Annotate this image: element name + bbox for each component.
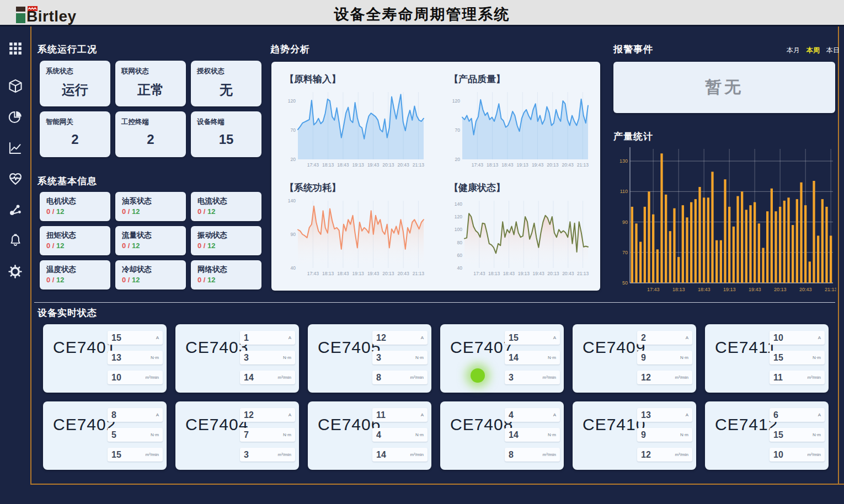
tab-today[interactable]: 本日 (826, 46, 840, 55)
device-name: CE7404 (185, 415, 248, 434)
device-metrics: 15A 13N·m 10m³/min (108, 331, 163, 384)
svg-text:18:13: 18:13 (672, 287, 685, 292)
device-name: CE7405 (318, 338, 381, 357)
status-card-label: 设备终端 (197, 117, 225, 127)
sidebar-item-alerts[interactable] (7, 232, 24, 249)
info-card: 油泵状态 0 / 12 (115, 192, 186, 221)
status-card-value: 15 (191, 132, 261, 147)
system-status-cards: 系统状态 运行 联网状态 正常 授权状态 无 智能网关 2 工控终端 2 设备终… (40, 61, 261, 157)
info-card-label: 油泵状态 (122, 196, 186, 206)
metric-value: 11 (376, 410, 386, 420)
svg-text:40: 40 (291, 265, 296, 271)
status-indicator-dot (471, 368, 485, 383)
svg-text:19:43: 19:43 (749, 287, 761, 292)
gear-icon (8, 264, 23, 279)
status-card-value: 运行 (40, 81, 110, 99)
device-metric-row: 6A (770, 408, 825, 422)
svg-text:17:43: 17:43 (307, 271, 319, 276)
device-card[interactable]: CE7401 15A 13N·m 10m³/min (43, 324, 167, 393)
svg-text:70: 70 (455, 127, 461, 133)
device-card[interactable]: CE7409 2A 9N·m 12m³/min (573, 324, 696, 393)
device-metric-row: 3N·m (240, 351, 295, 364)
svg-text:20:13: 20:13 (547, 162, 559, 168)
device-metrics: 6A 15N·m 10m³/min (770, 408, 825, 462)
metric-unit: A (818, 335, 821, 340)
status-card-label: 工控终端 (121, 117, 149, 127)
tab-this-month[interactable]: 本月 (787, 46, 800, 55)
section-divider (34, 302, 835, 303)
device-metric-row: 8m³/min (505, 448, 560, 462)
status-card: 联网状态 正常 (115, 61, 186, 106)
info-card-total-count: 12 (56, 207, 64, 216)
sidebar-item-health[interactable] (7, 170, 24, 187)
health-chart-cell: 【健康状态】 17:4318:1318:4319:1319:4320:1320:… (448, 177, 592, 278)
svg-text:18:43: 18:43 (337, 162, 349, 168)
device-metric-row: 3N·m (372, 351, 428, 364)
info-card-label: 电流状态 (197, 196, 261, 206)
metric-value: 4 (509, 410, 514, 420)
alarm-period-tabs: 本月 本周 本日 (787, 46, 840, 55)
metric-unit: A (289, 412, 291, 417)
svg-text:20:43: 20:43 (562, 271, 574, 276)
device-metric-row: 12A (240, 408, 295, 422)
metric-value: 13 (641, 410, 651, 420)
device-card[interactable]: CE7411 10A 15N·m 11m³/min (705, 324, 829, 393)
metric-unit: m³/min (410, 375, 424, 380)
info-card-total-count: 12 (132, 242, 140, 250)
device-card[interactable]: CE7405 12A 3N·m 8m³/min (308, 324, 431, 393)
device-metrics: 2A 9N·m 12m³/min (637, 331, 692, 384)
quality-chart-cell: 【产品质量】 17:4318:1318:4319:1319:4320:1320:… (448, 68, 592, 169)
device-card[interactable]: CE7412 6A 15N·m 10m³/min (705, 401, 829, 470)
sidebar-item-trends[interactable] (7, 140, 24, 156)
status-card: 工控终端 2 (115, 111, 186, 157)
device-card[interactable]: CE7404 12A 7N·m 3m³/min (175, 401, 299, 470)
device-metrics: 12A 7N·m 3m³/min (240, 408, 295, 462)
trend-title: 趋势分析 (270, 43, 310, 56)
device-metric-row: 9N·m (637, 428, 692, 442)
svg-text:140: 140 (455, 201, 462, 207)
metric-value: 14 (509, 430, 519, 440)
device-metric-row: 14m³/min (372, 448, 428, 462)
metric-unit: m³/min (543, 452, 556, 457)
device-card[interactable]: CE7402 8A 5N·m 15m³/min (43, 401, 167, 470)
metric-unit: m³/min (808, 452, 821, 457)
device-metric-row: 12m³/min (637, 371, 692, 384)
sidebar-item-settings[interactable] (7, 263, 24, 280)
info-card-label: 网络状态 (197, 265, 261, 275)
info-card-total-count: 12 (56, 242, 64, 250)
system-status-title: 系统运行工况 (38, 43, 97, 56)
info-card: 网络状态 0 / 12 (191, 260, 261, 289)
app-header: Birtley 设备全寿命周期管理系统 (0, 0, 844, 26)
device-metric-row: 7N·m (240, 428, 295, 442)
metric-unit: m³/min (543, 375, 556, 380)
device-metric-row: 13A (637, 408, 692, 422)
tab-this-week[interactable]: 本周 (806, 46, 820, 55)
device-card[interactable]: CE7407 15A 14N·m 3m³/min (440, 324, 564, 393)
info-card-alarm-count: 0 / (122, 207, 132, 216)
device-card[interactable]: CE7408 4A 14N·m 8m³/min (440, 401, 564, 470)
info-card-alarm-count: 0 / (197, 242, 207, 250)
metric-unit: N·m (283, 355, 291, 360)
sidebar-item-network[interactable] (7, 201, 24, 218)
sidebar-item-apps[interactable] (7, 40, 24, 57)
sidebar-item-model[interactable] (7, 78, 24, 94)
info-card: 电机状态 0 / 12 (40, 192, 110, 221)
power-chart-cell: 【系统功耗】 17:4318:1318:4319:1319:4320:1320:… (284, 177, 428, 278)
metric-unit: N·m (283, 432, 291, 437)
device-card[interactable]: CE7410 13A 9N·m 12m³/min (573, 401, 696, 470)
info-card-value: 0 / 12 (46, 276, 110, 284)
status-card: 授权状态 无 (191, 61, 261, 106)
sidebar-item-analytics[interactable] (7, 109, 24, 125)
metric-value: 7 (244, 430, 249, 440)
metric-value: 10 (773, 333, 783, 343)
svg-text:70: 70 (622, 250, 628, 255)
device-name: CE7411 (715, 338, 777, 357)
metric-value: 15 (509, 333, 519, 343)
metric-unit: A (156, 335, 159, 340)
device-card[interactable]: CE7406 11A 4N·m 14m³/min (308, 401, 431, 470)
metric-unit: N·m (151, 355, 159, 360)
device-card[interactable]: CE7403 1A 3N·m 14m³/min (175, 324, 299, 393)
device-metrics: 8A 5N·m 15m³/min (108, 408, 163, 462)
device-name: CE7408 (450, 415, 513, 434)
device-metrics: 15A 14N·m 3m³/min (505, 331, 560, 384)
